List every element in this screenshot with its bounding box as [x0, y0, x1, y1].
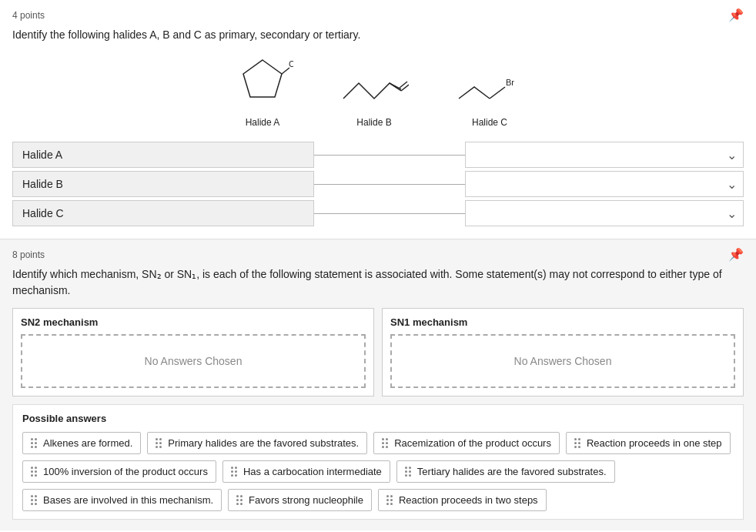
- answer-carbocation[interactable]: Has a carbocation intermediate: [222, 460, 390, 483]
- svg-line-6: [490, 87, 505, 99]
- possible-answers-title: Possible answers: [22, 413, 734, 424]
- halide-a-chevron: ⌄: [727, 148, 737, 162]
- halide-c-select[interactable]: Primary Secondary Tertiary: [472, 207, 727, 219]
- drag-icon-nucleophile: [236, 495, 243, 505]
- q1-header: 4 points 📌: [12, 8, 744, 22]
- possible-answers-section: Possible answers Alkenes are formed. Pri…: [12, 404, 744, 520]
- answer-inversion[interactable]: 100% inversion of the product occurs: [22, 460, 216, 483]
- q1-points: 4 points: [12, 10, 45, 21]
- svg-text:Cl: Cl: [289, 59, 293, 69]
- drag-icon-racemization: [382, 438, 388, 448]
- sn2-drop-zone[interactable]: No Answers Chosen: [21, 334, 366, 388]
- sn2-title: SN2 mechanism: [21, 316, 366, 328]
- drag-icon-tertiary: [405, 467, 411, 477]
- svg-line-3: [390, 83, 401, 89]
- answer-one-step[interactable]: Reaction proceeds in one step: [566, 432, 731, 454]
- halide-b-name: Halide B: [12, 171, 314, 197]
- halide-c-name: Halide C: [12, 200, 314, 226]
- q2-header: 8 points 📌: [12, 247, 744, 262]
- sn1-no-answers: No Answers Chosen: [514, 355, 612, 367]
- svg-line-1: [282, 68, 289, 74]
- answer-one-step-text: Reaction proceeds in one step: [587, 437, 722, 449]
- answer-carbocation-text: Has a carbocation intermediate: [243, 466, 382, 477]
- question-1: 4 points 📌 Identify the following halide…: [0, 0, 756, 239]
- answers-row-1: Alkenes are formed. Primary halides are …: [22, 432, 734, 454]
- drag-icon-one-step: [574, 438, 580, 448]
- q2-pin-icon[interactable]: 📌: [728, 247, 744, 262]
- halide-dropdowns: Halide A Primary Secondary Tertiary ⌄ Ha…: [12, 142, 744, 226]
- drag-icon-carbocation: [231, 467, 237, 477]
- halide-a-svg: Cl: [232, 52, 293, 114]
- svg-marker-0: [243, 60, 282, 97]
- halide-b-chevron: ⌄: [727, 177, 737, 192]
- answer-primary-text: Primary halides are the favored substrat…: [168, 437, 359, 449]
- answers-row-3: Bases are involved in this mechanism. Fa…: [22, 489, 734, 511]
- halide-a-row: Halide A Primary Secondary Tertiary ⌄: [12, 142, 744, 168]
- answers-grid: Alkenes are formed. Primary halides are …: [22, 432, 734, 511]
- halide-a-label: Halide A: [246, 117, 280, 128]
- q2-points: 8 points: [12, 249, 45, 260]
- answer-bases[interactable]: Bases are involved in this mechanism.: [22, 489, 222, 511]
- sn2-box: SN2 mechanism No Answers Chosen: [12, 308, 374, 396]
- mechanism-boxes: SN2 mechanism No Answers Chosen SN1 mech…: [12, 308, 744, 396]
- halide-c-svg: Br: [455, 68, 524, 114]
- halide-b-row: Halide B Primary Secondary Tertiary ⌄: [12, 171, 744, 197]
- halide-a-select-cell[interactable]: Primary Secondary Tertiary ⌄: [465, 142, 744, 168]
- halide-b-select[interactable]: Primary Secondary Tertiary: [472, 178, 727, 190]
- answer-racemization[interactable]: Racemization of the product occurs: [373, 432, 560, 454]
- answer-nucleophile[interactable]: Favors strong nucleophile: [228, 489, 372, 511]
- q2-text: Identify which mechanism, SN₂ or SN₁, is…: [12, 266, 744, 299]
- halide-c-label: Halide C: [472, 117, 507, 128]
- answer-inversion-text: 100% inversion of the product occurs: [43, 466, 208, 477]
- answer-tertiary[interactable]: Tertiary halides are the favored substra…: [396, 460, 615, 483]
- halide-images: Cl Halide A Halide B Br Halide C: [12, 52, 744, 128]
- drag-icon-alkenes: [31, 438, 37, 448]
- sn2-no-answers: No Answers Chosen: [145, 355, 243, 367]
- halide-b-svg: [340, 68, 409, 114]
- halide-c-chevron: ⌄: [727, 206, 737, 221]
- answer-alkenes-text: Alkenes are formed.: [43, 437, 132, 449]
- halide-a-name: Halide A: [12, 142, 314, 168]
- halide-b-label: Halide B: [356, 117, 391, 128]
- sn1-drop-zone[interactable]: No Answers Chosen: [390, 334, 735, 388]
- q1-text: Identify the following halides A, B and …: [12, 27, 744, 43]
- sn1-box: SN1 mechanism No Answers Chosen: [382, 308, 744, 396]
- sn1-title: SN1 mechanism: [390, 316, 735, 328]
- halide-a-select[interactable]: Primary Secondary Tertiary: [472, 149, 727, 161]
- halide-a-item: Cl Halide A: [232, 52, 293, 128]
- halide-c-item: Br Halide C: [455, 68, 524, 128]
- drag-icon-bases: [31, 495, 37, 505]
- question-2: 8 points 📌 Identify which mechanism, SN₂…: [0, 239, 756, 530]
- pin-icon[interactable]: 📌: [728, 8, 744, 22]
- halide-b-item: Halide B: [340, 68, 409, 128]
- drag-icon-two-steps: [386, 495, 393, 505]
- drag-icon-primary: [156, 438, 162, 448]
- answer-two-steps-text: Reaction proceeds in two steps: [399, 494, 538, 506]
- answer-bases-text: Bases are involved in this mechanism.: [43, 494, 213, 506]
- answer-primary-halides[interactable]: Primary halides are the favored substrat…: [147, 432, 367, 454]
- svg-text:Br: Br: [506, 78, 514, 87]
- halide-b-select-cell[interactable]: Primary Secondary Tertiary ⌄: [465, 171, 744, 197]
- drag-icon-inversion: [31, 467, 37, 477]
- halide-c-row: Halide C Primary Secondary Tertiary ⌄: [12, 200, 744, 226]
- answer-nucleophile-text: Favors strong nucleophile: [249, 494, 363, 506]
- answer-racemization-text: Racemization of the product occurs: [394, 437, 551, 449]
- halide-c-select-cell[interactable]: Primary Secondary Tertiary ⌄: [465, 200, 744, 226]
- answers-row-2: 100% inversion of the product occurs Has…: [22, 460, 734, 483]
- answer-two-steps[interactable]: Reaction proceeds in two steps: [378, 489, 547, 511]
- answer-tertiary-text: Tertiary halides are the favored substra…: [417, 466, 607, 477]
- answer-alkenes[interactable]: Alkenes are formed.: [22, 432, 141, 454]
